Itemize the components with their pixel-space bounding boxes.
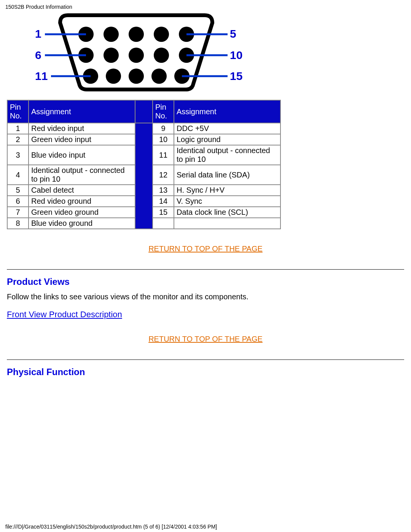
cell-assign: Red video input [29,123,135,134]
svg-point-7 [129,48,144,63]
table-spacer-head [135,101,152,123]
pin-label-10: 10 [230,49,242,62]
cell-pin-no: 6 [8,196,28,206]
pin-label-5: 5 [230,27,236,40]
cell-assign: Identical output - connected to pin 10 [29,165,135,184]
return-top-link[interactable]: RETURN TO TOP OF THE PAGE [7,244,404,253]
svg-point-12 [129,69,144,84]
svg-point-13 [151,69,167,84]
pin-label-15: 15 [230,70,242,83]
cell-assign: Blue video ground [29,218,135,228]
return-top-wrap-1: RETURN TO TOP OF THE PAGE [7,244,404,270]
col-head-pin-no-right: Pin No. [153,101,174,123]
cell-pin-no: 7 [8,207,28,217]
cell-pin-no: 10 [153,134,174,145]
cell-pin-no: 9 [153,123,174,134]
cell-assign: Green video input [29,134,135,145]
table-row: 1Red video input9DDC +5V [8,123,280,134]
pin-assignment-table: Pin No. Assignment Pin No. Assignment 1R… [7,100,281,229]
cell-pin-no: 12 [153,165,174,184]
front-view-link[interactable]: Front View Product Description [7,310,122,319]
footer-path: file:///D|/Grace/03115/english/150s2b/pr… [5,524,217,530]
return-top-link[interactable]: RETURN TO TOP OF THE PAGE [7,335,404,343]
section-title-product-views: Product Views [7,276,404,287]
svg-point-11 [106,69,121,84]
cell-pin-no: 15 [153,207,174,217]
cell-assign: Cabel detect [29,185,135,195]
pin-label-6: 6 [35,49,41,62]
pin-label-1: 1 [35,27,41,40]
cell-assign: DDC +5V [174,123,280,134]
cell-assign: V. Sync [174,196,280,206]
col-head-pin-no-left: Pin No. [8,101,28,123]
svg-point-2 [129,27,144,42]
cell-pin-no: 5 [8,185,28,195]
cell-pin-no: 4 [8,165,28,184]
svg-point-6 [104,48,119,63]
page-header: 150S2B Product Information [0,0,411,10]
cell-assign: Blue video input [29,145,135,165]
pin-label-11: 11 [35,70,48,83]
cell-assign: Logic ground [174,134,280,145]
col-head-assign-right: Assignment [174,101,280,123]
cell-assign: Red video ground [29,196,135,206]
cell-assign: Serial data line (SDA) [174,165,280,184]
return-top-wrap-2: RETURN TO TOP OF THE PAGE [7,335,404,360]
svg-point-1 [104,27,119,42]
cell-assign: Identical output - connected to pin 10 [174,145,280,165]
cell-pin-no: 2 [8,134,28,145]
cell-assign: H. Sync / H+V [174,185,280,195]
cell-pin-no: 1 [8,123,28,134]
page-header-title: 150S2B Product Information [5,4,72,10]
cell-pin-no: 13 [153,185,174,195]
cell-pin-no: 3 [8,145,28,165]
cell-pin-no: 14 [153,196,174,206]
svg-point-8 [154,48,169,63]
col-head-assign-left: Assignment [29,101,135,123]
cell-assign [174,218,280,228]
svg-point-3 [154,27,169,42]
vga-connector-icon [3,11,269,95]
section-title-physical-function: Physical Function [7,367,404,377]
cell-pin-no: 11 [153,145,174,165]
cell-pin-no [153,218,174,228]
cell-pin-no: 8 [8,218,28,228]
connector-diagram: 1 6 11 5 10 15 [3,11,269,95]
product-views-body: Follow the links to see various views of… [7,292,404,301]
cell-assign: Data clock line (SCL) [174,207,280,217]
cell-assign: Green video ground [29,207,135,217]
table-spacer [135,123,152,228]
